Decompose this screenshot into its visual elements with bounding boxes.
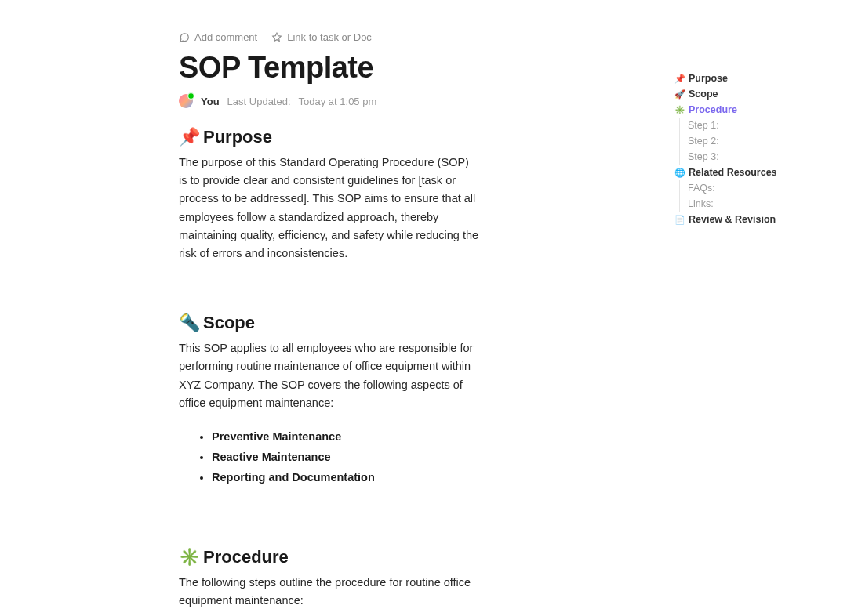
outline-resources-sub: FAQs: Links: (679, 180, 831, 212)
procedure-heading[interactable]: ✳️Procedure (179, 547, 480, 567)
outline-links[interactable]: Links: (688, 196, 831, 212)
document-icon: 📄 (674, 215, 685, 224)
procedure-heading-text: Procedure (203, 547, 289, 567)
add-comment-label: Add comment (194, 31, 257, 43)
scope-heading[interactable]: 🔦Scope (179, 313, 480, 333)
outline-purpose[interactable]: 📌Purpose (674, 71, 831, 86)
flashlight-icon: 🔦 (179, 313, 200, 332)
purpose-heading-text: Purpose (203, 127, 272, 147)
purpose-body[interactable]: The purpose of this Standard Operating P… (179, 154, 480, 263)
outline-nav: 📌Purpose 🚀Scope ✳️Procedure Step 1: Step… (674, 71, 831, 227)
scope-heading-text: Scope (203, 313, 255, 332)
asterisk-icon: ✳️ (179, 547, 200, 567)
link-icon (271, 32, 282, 43)
meta-row: You Last Updated: Today at 1:05 pm (179, 94, 480, 108)
last-updated-value: Today at 1:05 pm (299, 96, 377, 107)
author-avatar[interactable] (179, 94, 193, 108)
author-name[interactable]: You (201, 96, 220, 107)
add-comment-button[interactable]: Add comment (179, 31, 257, 43)
asterisk-icon: ✳️ (674, 105, 685, 114)
document-main: SOP Template You Last Updated: Today at … (0, 51, 659, 616)
list-item[interactable]: Reporting and Documentation (212, 467, 480, 487)
pin-icon: 📌 (674, 74, 685, 83)
outline-review[interactable]: 📄Review & Revision (674, 212, 831, 227)
list-item[interactable]: Reactive Maintenance (212, 447, 480, 467)
link-task-button[interactable]: Link to task or Doc (271, 31, 372, 43)
comment-icon (179, 32, 190, 43)
outline-procedure[interactable]: ✳️Procedure (674, 102, 831, 118)
scope-body[interactable]: This SOP applies to all employees who ar… (179, 339, 480, 412)
outline-resources[interactable]: 🌐Related Resources (674, 165, 831, 180)
outline-faqs[interactable]: FAQs: (688, 180, 831, 196)
procedure-body[interactable]: The following steps outline the procedur… (179, 574, 480, 610)
list-item[interactable]: Preventive Maintenance (212, 426, 480, 447)
outline-step-1[interactable]: Step 1: (688, 118, 831, 133)
link-task-label: Link to task or Doc (287, 31, 372, 43)
pin-icon: 📌 (179, 127, 200, 147)
rocket-icon: 🚀 (674, 89, 685, 99)
globe-icon: 🌐 (674, 168, 685, 177)
outline-step-3[interactable]: Step 3: (688, 149, 831, 165)
outline-scope[interactable]: 🚀Scope (674, 86, 831, 102)
last-updated-label: Last Updated: (227, 96, 291, 107)
outline-step-2[interactable]: Step 2: (688, 133, 831, 149)
toolbar: Add comment Link to task or Doc (0, 0, 847, 51)
purpose-heading[interactable]: 📌Purpose (179, 127, 480, 147)
scope-list[interactable]: Preventive Maintenance Reactive Maintena… (179, 426, 480, 487)
outline-procedure-steps: Step 1: Step 2: Step 3: (679, 118, 831, 165)
page-title[interactable]: SOP Template (179, 51, 480, 85)
